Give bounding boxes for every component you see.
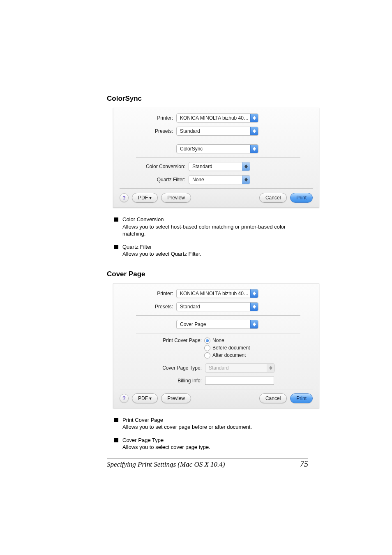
updown-icon [250,303,258,311]
explain-title: Print Cover Page [122,416,252,424]
radio-after-label: After document [212,352,246,358]
category-select-value: Cover Page [180,321,250,327]
pdf-button[interactable]: PDF ▾ [132,193,158,203]
cancel-button[interactable]: Cancel [259,393,287,403]
quartz-filter-select[interactable]: None [189,175,250,184]
explain-desc: Allows you to select cover page type. [122,444,210,450]
bullet-icon [114,245,118,249]
svg-marker-11 [253,294,256,296]
explain-desc: Allows you to set cover page before or a… [122,424,252,430]
presets-select[interactable]: Standard [176,127,258,136]
updown-icon [250,145,258,153]
category-select[interactable]: Cover Page [176,320,258,329]
radio-none-label: None [212,338,224,343]
heading-coverpage: Cover Page [107,270,310,278]
heading-colorsync: ColorSync [107,95,310,103]
label-presets: Presets: [120,304,176,310]
dialog-colorsync: Printer: KONICA MINOLTA bizhub 40P... Pr… [113,108,319,208]
color-conversion-select[interactable]: Standard [189,162,250,171]
svg-marker-1 [253,118,256,120]
svg-marker-17 [269,368,272,370]
updown-icon [250,289,258,298]
page-number: 75 [300,459,308,469]
explain-desc: Allows you to select Quartz Filter. [122,251,201,257]
svg-marker-5 [253,149,256,151]
explain-title: Cover Page Type [122,437,210,444]
svg-marker-3 [253,131,256,133]
presets-select-value: Standard [180,304,250,310]
quartz-filter-value: None [192,177,242,183]
cancel-button[interactable]: Cancel [259,193,287,203]
print-button[interactable]: Print [290,193,313,203]
updown-icon [250,127,258,135]
radio-none[interactable] [204,338,210,344]
bullet-icon [114,438,118,442]
preview-button[interactable]: Preview [161,193,191,203]
printer-select[interactable]: KONICA MINOLTA bizhub 40P... [176,289,258,298]
svg-marker-7 [244,166,248,169]
radio-after[interactable] [204,352,210,358]
printer-select[interactable]: KONICA MINOLTA bizhub 40P... [176,113,258,123]
svg-marker-9 [244,180,248,182]
updown-icon [242,176,250,184]
updown-icon [242,162,250,171]
help-button[interactable]: ? [120,193,129,202]
presets-select[interactable]: Standard [176,302,258,311]
label-print-cover-page: Print Cover Page: [120,338,204,343]
radio-before-label: Before document [212,345,250,351]
label-billing-info: Billing Info: [120,378,205,384]
presets-select-value: Standard [180,128,250,134]
bullet-icon [114,217,118,222]
preview-button[interactable]: Preview [161,393,191,403]
billing-info-input[interactable] [205,377,274,385]
label-printer: Printer: [120,115,176,121]
printer-select-value: KONICA MINOLTA bizhub 40P... [180,115,250,121]
explain-title: Color Conversion [122,216,310,223]
svg-marker-13 [253,307,256,309]
label-color-conversion: Color Conversion: [120,164,189,169]
printer-select-value: KONICA MINOLTA bizhub 40P... [180,291,250,296]
radio-before[interactable] [204,345,210,351]
updown-icon [267,364,274,372]
label-presets: Presets: [120,128,176,134]
updown-icon [250,320,258,328]
help-button[interactable]: ? [120,394,129,403]
pdf-button[interactable]: PDF ▾ [132,393,158,403]
label-quartz-filter: Quartz Filter: [120,177,189,183]
svg-marker-15 [253,324,256,326]
cover-page-type-value: Standard [209,365,267,371]
dialog-coverpage: Printer: KONICA MINOLTA bizhub 40P... Pr… [113,283,319,408]
category-select-value: ColorSync [180,146,250,152]
label-cover-page-type: Cover Page Type: [120,365,205,371]
explain-desc: Allows you to select host-based color ma… [122,224,286,237]
bullet-icon [114,418,118,422]
label-printer: Printer: [120,291,176,296]
color-conversion-value: Standard [192,164,242,169]
category-select[interactable]: ColorSync [176,144,258,153]
explain-title: Quartz Filter [122,243,201,251]
print-button[interactable]: Print [290,393,313,403]
footer-text: Specifying Print Settings (Mac OS X 10.4… [107,460,225,469]
cover-page-type-select: Standard [205,363,275,372]
updown-icon [250,114,258,122]
